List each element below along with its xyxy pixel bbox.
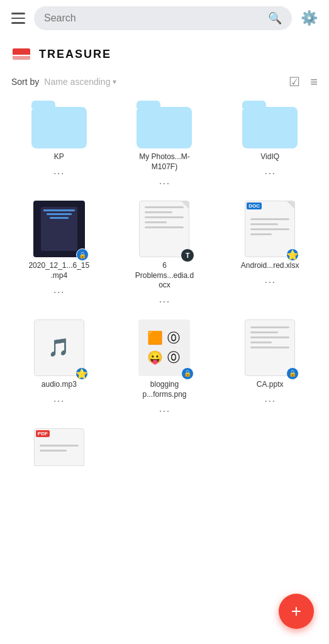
folder-thumb [31, 107, 87, 148]
header: 🔍 ⚙️ [0, 0, 329, 36]
file-name: 2020_12_1...6_15.mp4 [28, 261, 91, 280]
sort-label: Sort by [11, 77, 39, 87]
doc-thumbnail [139, 201, 189, 257]
file-thumb: DOC 🔒 ⭐ [245, 201, 295, 257]
add-button[interactable]: + [279, 594, 314, 629]
file-item[interactable]: DOC 🔒 ⭐ Android...red.xlsx ··· [217, 194, 323, 313]
search-icon: 🔍 [268, 11, 282, 25]
search-input[interactable] [44, 13, 263, 24]
lock-badge: 🔒 [181, 367, 194, 380]
folder-thumb [137, 107, 192, 148]
file-thumb: 🔒 [33, 201, 85, 257]
folder-item[interactable]: KP ··· [6, 101, 112, 194]
folder-name: VidIQ [260, 152, 279, 162]
folder-name: KP [54, 152, 64, 162]
file-more-button[interactable]: ··· [50, 392, 68, 410]
app-icon-4: ⓪ [165, 349, 181, 366]
lock-badge: 🔒 [286, 367, 299, 380]
file-name: 6 Problems...edia.docx [133, 261, 196, 291]
file-name: Android...red.xlsx [241, 261, 299, 271]
list-view-icon[interactable]: ≡ [310, 75, 318, 89]
app-icon-3: 😛 [147, 349, 163, 366]
folder-name: My Photos...M-M107F) [133, 152, 196, 172]
file-more-button[interactable]: ··· [50, 283, 68, 301]
app-icon-2: ⓪ [165, 330, 181, 347]
file-thumb: 🔒 T [139, 201, 189, 257]
chevron-down-icon: ▾ [113, 77, 116, 86]
file-more-button[interactable]: ··· [261, 392, 279, 410]
lock-badge: 🔒 [76, 248, 89, 261]
audio-wave-icon: 🎵 [48, 337, 70, 358]
sort-bar: Sort by Name ascending ▾ ☑ ≡ [0, 69, 329, 94]
folder-shape [137, 107, 192, 148]
file-thumb: 🎵 🔒 ⭐ [34, 319, 84, 376]
file-more-button[interactable]: ··· [261, 274, 279, 291]
file-thumb: 🟧 ⓪ 😛 ⓪ 🔒 [138, 319, 190, 376]
file-item[interactable]: 🔒 T 6 Problems...edia.docx ··· [112, 194, 218, 313]
folder-shape [31, 107, 87, 148]
sort-right: ☑ ≡ [289, 74, 318, 89]
brand-icon [11, 44, 31, 64]
brand-bar: TREASURE [0, 36, 329, 69]
menu-button[interactable] [9, 10, 28, 26]
file-thumb: PDF [34, 428, 84, 466]
avatar-badge: T [181, 248, 194, 262]
pdf-thumbnail: PDF [34, 428, 84, 466]
folder-item[interactable]: VidIQ ··· [217, 101, 323, 194]
sort-dropdown[interactable]: Name ascending ▾ [44, 77, 116, 87]
file-name: blogging p...forms.png [133, 380, 196, 399]
star-badge: ⭐ [75, 368, 88, 380]
doc-type-badge: DOC [247, 203, 262, 209]
folder-more-button[interactable]: ··· [261, 165, 279, 182]
file-item[interactable]: 🟧 ⓪ 😛 ⓪ 🔒 blogging p...forms.png ··· [112, 313, 218, 422]
folder-more-button[interactable]: ··· [50, 165, 68, 182]
file-item[interactable]: 🎵 🔒 ⭐ audio.mp3 ··· [6, 313, 112, 422]
file-item[interactable]: 🔒 CA.pptx ··· [217, 313, 323, 422]
sort-left: Sort by Name ascending ▾ [11, 77, 116, 87]
file-name: audio.mp3 [42, 380, 77, 390]
select-view-icon[interactable]: ☑ [289, 74, 300, 89]
app-icon-1: 🟧 [147, 330, 163, 347]
folder-more-button[interactable]: ··· [155, 174, 173, 192]
search-bar[interactable]: 🔍 [34, 6, 292, 30]
file-more-button[interactable]: ··· [155, 402, 173, 419]
brand-name: TREASURE [39, 48, 111, 61]
file-item[interactable]: 🔒 2020_12_1...6_15.mp4 ··· [6, 194, 112, 313]
file-more-button[interactable]: ··· [155, 293, 173, 311]
ppt-thumbnail [245, 319, 295, 376]
video-thumbnail [33, 201, 85, 257]
folder-shape [242, 107, 298, 148]
settings-button[interactable]: ⚙️ [298, 8, 320, 29]
star-badge: ⭐ [286, 249, 299, 261]
pdf-type-badge: PDF [36, 430, 50, 437]
file-item[interactable]: PDF [6, 422, 112, 472]
file-thumb: 🔒 [245, 319, 295, 376]
image-thumbnail: 🟧 ⓪ 😛 ⓪ [138, 319, 190, 376]
file-name: CA.pptx [257, 380, 284, 390]
folder-thumb [242, 107, 298, 148]
file-grid: KP ··· My Photos...M-M107F) ··· VidIQ ··… [0, 94, 329, 479]
folder-item[interactable]: My Photos...M-M107F) ··· [112, 101, 218, 194]
